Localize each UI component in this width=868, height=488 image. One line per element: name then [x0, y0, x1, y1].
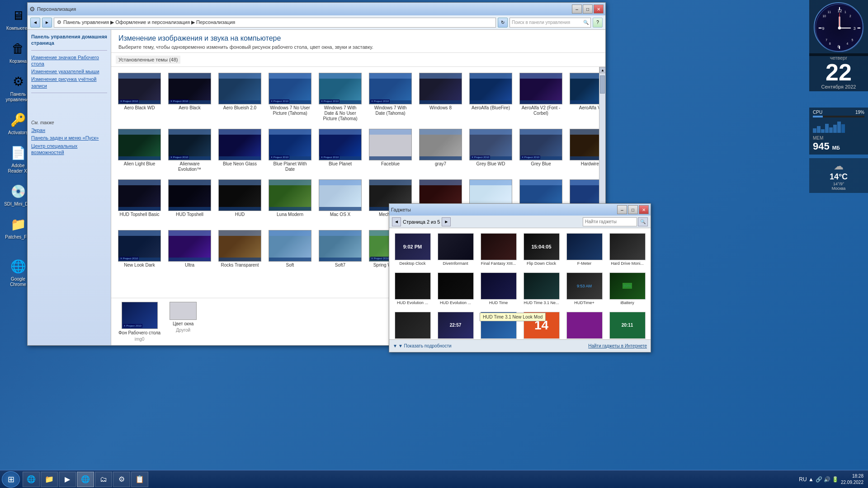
scroll-up-arrow[interactable]: ▲: [599, 67, 605, 73]
theme-item-hardwired[interactable]: Hardwired: [567, 127, 599, 174]
start-button[interactable]: ⊞: [2, 471, 20, 488]
color-thumb[interactable]: [170, 302, 197, 320]
find-gadgets-link[interactable]: Найти гаджеты в Интернете: [588, 343, 647, 348]
sidebar-link-icons[interactable]: Изменение значков Рабочего стола: [31, 54, 107, 67]
gadget-item-metro-cifro[interactable]: 20:11MetroUI Цифро...: [607, 310, 648, 339]
back-button[interactable]: ◄: [30, 18, 40, 28]
theme-item-blue-neon-glass[interactable]: Blue Neon Glass: [216, 127, 264, 174]
forward-button[interactable]: ►: [42, 18, 52, 28]
gadget-item-ibattery[interactable]: 93%iBattery: [607, 270, 648, 308]
theme-item-hud-topshell-basic[interactable]: HUD Topshell Basic: [116, 177, 163, 225]
gadgets-nav: ◄ Страница 2 из 5 ►: [392, 217, 451, 226]
theme-item-luna-modern[interactable]: Luna Modern: [266, 177, 314, 225]
gadget-item-hud-evolution2[interactable]: HUD Evolution ...: [435, 270, 476, 308]
theme-name-alienware-evo: Alienware Evolution™: [168, 161, 211, 172]
theme-item-rocks-transparent[interactable]: Rocks Transparent: [216, 228, 264, 270]
tray-clock[interactable]: 18:28 22.09.2022: [841, 473, 863, 486]
theme-item-gray7[interactable]: gray7: [417, 127, 464, 174]
theme-item-aero-black[interactable]: X Project 2010Aero Black: [166, 70, 213, 124]
theme-item-alienware-evo[interactable]: X Project 2010Alienware Evolution™: [166, 127, 213, 174]
address-path[interactable]: ⚙ Панель управления ▶ Оформление и персо…: [54, 18, 496, 28]
gadgets-close-btn[interactable]: ✕: [639, 205, 649, 214]
theme-item-grey-blue[interactable]: X Project 2010Grey Blue: [517, 127, 565, 174]
sidebar-also-accessibility[interactable]: Центр специальных возможностей: [31, 143, 107, 156]
theme-item-blue-planet[interactable]: X Project 2010Blue Planet: [316, 127, 364, 174]
theme-item-aeroalfa-v2-font[interactable]: AeroAlfa V2 (Font - Corbel): [517, 70, 565, 124]
gadget-item-metro-iu[interactable]: Metro IU Показ...: [478, 310, 519, 339]
maximize-button[interactable]: □: [583, 5, 593, 14]
gadget-item-iphone-clock[interactable]: iPhone Clock: [392, 310, 433, 339]
taskbar-ie-btn[interactable]: 🌐: [23, 472, 40, 487]
sdi-icon: 💿: [9, 182, 27, 200]
gadget-item-metro-monitor[interactable]: MetroUI Монит...: [564, 310, 605, 339]
taskbar-gadgets-btn[interactable]: 📋: [131, 472, 148, 487]
gadget-item-hud-time[interactable]: HUD Time: [478, 270, 519, 308]
gadgets-prev-btn[interactable]: ◄: [392, 217, 401, 226]
sidebar-link-account[interactable]: Изменение рисунка учётной записи: [31, 76, 107, 89]
search-box[interactable]: Поиск в панели управления 🔍: [509, 18, 591, 28]
gadget-item-la-baloche-clock[interactable]: 22:57La Baloche Clock: [435, 310, 476, 339]
theme-item-alien-light-blue[interactable]: Alien Light Blue: [116, 127, 163, 174]
gadgets-minimize-btn[interactable]: –: [617, 205, 627, 214]
theme-item-mac-os-x[interactable]: Mac OS X: [316, 177, 364, 225]
gadget-item-hud-evolution1[interactable]: HUD Evolution ...: [392, 270, 433, 308]
taskbar-cpanel-btn[interactable]: ⚙: [113, 472, 130, 487]
gadget-item-diveinformant[interactable]: DiveInformant: [435, 231, 476, 268]
theme-item-blue-planet-date[interactable]: X Project 2010Blue Planet With Date: [266, 127, 314, 174]
theme-item-ultra[interactable]: Ultra: [166, 228, 213, 270]
refresh-button[interactable]: ↻: [498, 18, 508, 28]
scroll-thumb[interactable]: [600, 75, 605, 94]
gadget-item-flip-down-clock[interactable]: 15:04:05Flip Down Clock: [521, 231, 562, 268]
gadget-item-metro-calendar[interactable]: 14MetroUI Календ...: [521, 310, 562, 339]
theme-item-aeroalfa-v2[interactable]: AeroAlfa V2: [567, 70, 599, 124]
taskbar-chrome-btn[interactable]: 🌐: [77, 472, 94, 487]
theme-item-win7-nopic[interactable]: X Project 2010Windows 7 No User Picture …: [266, 70, 314, 124]
gadgets-restore-btn[interactable]: □: [628, 205, 638, 214]
sidebar-link-mouse[interactable]: Изменение указателей мыши: [31, 68, 107, 75]
minimize-button[interactable]: –: [572, 5, 582, 14]
theme-item-hud[interactable]: HUD: [216, 177, 264, 225]
title-bar: ⚙ Персонализация – □ ✕: [28, 3, 605, 15]
theme-item-soft7[interactable]: Soft7: [316, 228, 364, 270]
tray-arrow-icon[interactable]: ▲: [807, 476, 815, 483]
gadget-item-hard-drive-moni[interactable]: Hard Drive Moni...: [607, 231, 648, 268]
tray-network-icon[interactable]: 🔗: [816, 476, 823, 483]
sidebar-also-taskbar[interactable]: Панель задач и меню «Пуск»: [31, 135, 107, 141]
gadget-item-hudtime-plus[interactable]: 9:53 AMHUDTime+: [564, 270, 605, 308]
sidebar-also-screen[interactable]: Экран: [31, 127, 107, 133]
show-details-button[interactable]: ▼ ▼ Показать подробности: [393, 343, 452, 348]
theme-thumb-aero-black-wd: X Project 2010: [118, 73, 161, 104]
tray-sound-icon[interactable]: 🔊: [824, 476, 831, 483]
gadget-item-desktop-clock[interactable]: 9:02 PMDesktop Clock: [392, 231, 433, 268]
wallpaper-thumb[interactable]: X Project 2010: [122, 302, 158, 329]
taskbar-explorer-btn[interactable]: 📁: [41, 472, 58, 487]
theme-item-aeroalfa[interactable]: AeroAlfa (BlueFire): [467, 70, 514, 124]
gadgets-search-button[interactable]: 🔍: [638, 217, 648, 226]
taskbar-media-btn[interactable]: ▶: [59, 472, 76, 487]
gadget-item-final-fantasy[interactable]: Final Fantasy XIII...: [478, 231, 519, 268]
gadget-item-hud-time-31[interactable]: HUD Time 3.1 Ne...: [521, 270, 562, 308]
tray-power-icon[interactable]: 🔋: [832, 476, 839, 483]
theme-thumb-aero-blueish: [218, 73, 261, 104]
gadgets-next-btn[interactable]: ►: [442, 217, 451, 226]
theme-item-grey-blue-wd[interactable]: X Project 2010Grey Blue WD: [467, 127, 514, 174]
gadgets-search-input[interactable]: [583, 217, 637, 226]
theme-item-new-look-dark[interactable]: X Project 2010New Look Dark: [116, 228, 163, 270]
theme-thumb-aero-black: X Project 2010: [168, 73, 211, 104]
theme-item-aero-black-wd[interactable]: X Project 2010Aero Black WD: [116, 70, 163, 124]
theme-item-win8[interactable]: Windows 8: [417, 70, 464, 124]
theme-item-win7-date[interactable]: X Project 2010Windows 7 With Date & No U…: [316, 70, 364, 124]
gadgets-grid-container[interactable]: 9:02 PMDesktop ClockDiveInformantFinal F…: [389, 228, 651, 339]
sidebar-home-link[interactable]: Панель управления домашняя страница: [31, 33, 107, 47]
theme-item-soft[interactable]: Soft: [266, 228, 314, 270]
theme-item-aero-blueish[interactable]: Aero Blueish 2.0: [216, 70, 264, 124]
theme-item-hud-topshell[interactable]: HUD Topshell: [166, 177, 213, 225]
theme-item-faceblue[interactable]: Faceblue: [367, 127, 414, 174]
color-section: Цвет окна Другой: [170, 302, 197, 342]
close-button[interactable]: ✕: [594, 5, 604, 14]
help-button[interactable]: ?: [593, 18, 603, 28]
taskbar-filemgr-btn[interactable]: 🗂: [95, 472, 112, 487]
tray-lang[interactable]: RU: [799, 476, 807, 483]
gadget-item-f-meter[interactable]: F-Meter: [564, 231, 605, 268]
theme-item-win7-date2[interactable]: X Project 2010Windows 7 With Date (Tahom…: [367, 70, 414, 124]
